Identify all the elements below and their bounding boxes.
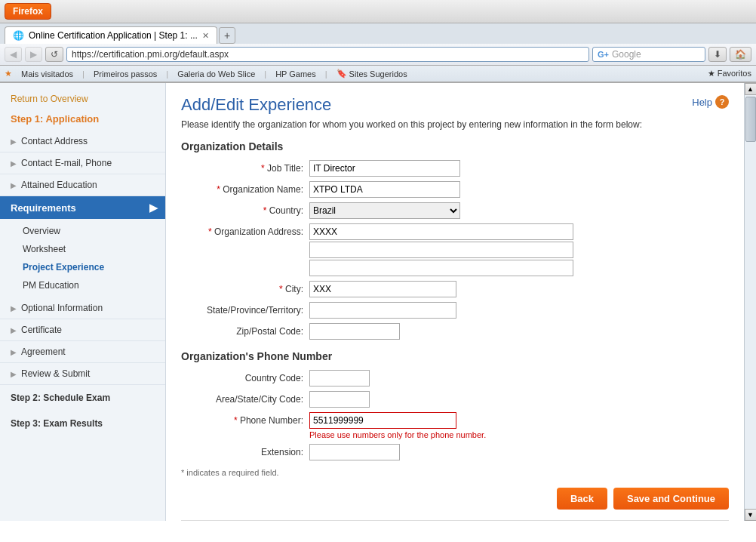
address-line1-input[interactable] <box>309 223 573 240</box>
address-text: https://certification.pmi.org/default.as… <box>72 49 584 60</box>
search-placeholder: Google <box>612 49 641 60</box>
sidebar-item-agreement[interactable]: ▶ Agreement <box>0 341 165 363</box>
bookmark-item-4[interactable]: HP Games <box>272 69 319 79</box>
org-name-label: * Organization Name: <box>181 181 309 198</box>
search-engine-icon: G+ <box>598 50 609 59</box>
form-actions: Back Save and Continue <box>181 488 729 510</box>
sidebar: Return to Overview Step 1: Application ▶… <box>0 83 166 521</box>
sidebar-item-certificate[interactable]: ▶ Certificate <box>0 319 165 341</box>
search-bar[interactable]: G+ Google <box>592 47 705 62</box>
area-code-group: Area/State/City Code: <box>181 391 729 408</box>
org-address-label: * Organization Address: <box>181 223 309 240</box>
phone-section-title: Organization's Phone Number <box>181 350 729 362</box>
sidebar-item-label: Contact Address <box>21 136 88 146</box>
country-select[interactable]: Brazil <box>309 202 460 219</box>
content-area: Add/Edit Experience Help ? Please identi… <box>166 83 744 521</box>
sidebar-item-label: Certificate <box>21 325 62 335</box>
state-input[interactable] <box>309 302 456 319</box>
phone-number-input[interactable] <box>309 412 456 429</box>
scrollbar-thumb[interactable] <box>745 97 756 142</box>
sidebar-step3: Step 3: Exam Results <box>0 411 165 436</box>
browser-tab[interactable]: 🌐 Online Certification Application | Ste… <box>5 26 217 44</box>
state-group: State/Province/Territory: <box>181 302 729 319</box>
bookmark-item-3[interactable]: Galeria do Web Slice <box>174 69 258 79</box>
country-code-input[interactable] <box>309 370 370 386</box>
pmi-icon: 🔖 <box>337 69 347 79</box>
reload-button[interactable]: ↺ <box>45 47 63 62</box>
sidebar-item-label: Optional Information <box>21 303 103 313</box>
sidebar-subitem-project-experience[interactable]: Project Experience <box>0 258 165 276</box>
scrollbar[interactable]: ▲ ▼ <box>744 83 756 521</box>
sidebar-item-label: Attained Education <box>21 180 97 190</box>
favorites-button[interactable]: ★ Favoritos <box>708 69 751 79</box>
country-code-label: Country Code: <box>181 370 309 386</box>
sidebar-subitem-pm-education[interactable]: PM Education <box>0 276 165 294</box>
job-title-group: * Job Title: <box>181 160 729 177</box>
arrow-icon: ▶ <box>11 304 17 313</box>
sidebar-subitem-worksheet[interactable]: Worksheet <box>0 240 165 258</box>
sidebar-item-label: Agreement <box>21 346 66 357</box>
tab-title: Online Certification Application | Step … <box>29 30 198 41</box>
save-continue-button[interactable]: Save and Continue <box>613 488 729 510</box>
country-group: * Country: Brazil <box>181 202 729 219</box>
home-button[interactable]: 🏠 <box>730 47 751 62</box>
arrow-icon: ▶ <box>11 137 17 146</box>
zip-input[interactable] <box>309 323 400 340</box>
help-link[interactable]: Help ? <box>692 95 729 109</box>
sidebar-subnav: Overview Worksheet Project Experience PM… <box>0 219 165 297</box>
sidebar-item-review-submit[interactable]: ▶ Review & Submit <box>0 363 165 385</box>
step-label: Step 1: Application <box>0 110 165 131</box>
sidebar-subitem-overview[interactable]: Overview <box>0 222 165 240</box>
back-nav-button[interactable]: ◀ <box>5 47 22 62</box>
forward-nav-button[interactable]: ▶ <box>25 47 42 62</box>
zip-label: Zip/Postal Code: <box>181 323 309 340</box>
arrow-right-icon: ▶ <box>149 202 158 214</box>
sidebar-item-label: Contact E-mail, Phone <box>21 158 112 168</box>
sidebar-item-optional-info[interactable]: ▶ Optional Information <box>0 297 165 319</box>
new-tab-button[interactable]: + <box>219 27 235 44</box>
job-title-input[interactable] <box>309 160 460 177</box>
job-title-label: * Job Title: <box>181 160 309 177</box>
arrow-icon: ▶ <box>11 348 17 356</box>
sidebar-item-label: Review & Submit <box>21 368 90 379</box>
phone-number-group: * Phone Number: Please use numbers only … <box>181 412 729 439</box>
back-button[interactable]: Back <box>557 488 607 510</box>
return-overview-link[interactable]: Return to Overview <box>0 91 165 110</box>
arrow-icon: ▶ <box>11 326 17 334</box>
tab-close-button[interactable]: ✕ <box>202 31 209 41</box>
address-bar[interactable]: https://certification.pmi.org/default.as… <box>66 47 589 62</box>
org-name-input[interactable] <box>309 181 460 198</box>
arrow-icon: ▶ <box>11 370 17 378</box>
area-code-input[interactable] <box>309 391 370 408</box>
sidebar-item-contact-email[interactable]: ▶ Contact E-mail, Phone <box>0 152 165 174</box>
sidebar-item-attained-education[interactable]: ▶ Attained Education <box>0 174 165 196</box>
city-group: * City: <box>181 281 729 297</box>
sidebar-item-contact-address[interactable]: ▶ Contact Address <box>0 131 165 152</box>
address-line2-input[interactable] <box>309 242 573 258</box>
bookmark-item-1[interactable]: Mais visitados <box>18 69 76 79</box>
extension-label: Extension: <box>181 444 309 460</box>
firefox-button[interactable]: Firefox <box>5 3 51 20</box>
city-input[interactable] <box>309 281 456 297</box>
extension-input[interactable] <box>309 444 400 460</box>
help-label: Help <box>692 97 712 108</box>
arrow-icon: ▶ <box>11 181 17 189</box>
country-label: * Country: <box>181 202 309 219</box>
arrow-icon: ▶ <box>11 159 17 168</box>
address-inputs <box>309 223 573 276</box>
phone-error-text: Please use numbers only for the phone nu… <box>309 430 486 439</box>
state-label: State/Province/Territory: <box>181 302 309 319</box>
scroll-up-button[interactable]: ▲ <box>745 83 757 95</box>
sidebar-item-requirements[interactable]: Requirements ▶ <box>0 196 165 219</box>
address-line3-input[interactable] <box>309 260 573 276</box>
subtitle-text: Please identify the organization for who… <box>181 119 729 130</box>
org-address-group: * Organization Address: <box>181 223 729 276</box>
bookmark-item-5[interactable]: 🔖 Sites Sugeridos <box>333 68 410 79</box>
bookmark-item-2[interactable]: Primeiros passos <box>91 69 160 79</box>
page-title: Add/Edit Experience <box>181 95 331 115</box>
extension-group: Extension: <box>181 444 729 460</box>
help-icon: ? <box>715 95 729 109</box>
download-button[interactable]: ⬇ <box>708 47 727 62</box>
country-code-group: Country Code: <box>181 370 729 386</box>
scroll-down-button[interactable]: ▼ <box>745 509 757 521</box>
